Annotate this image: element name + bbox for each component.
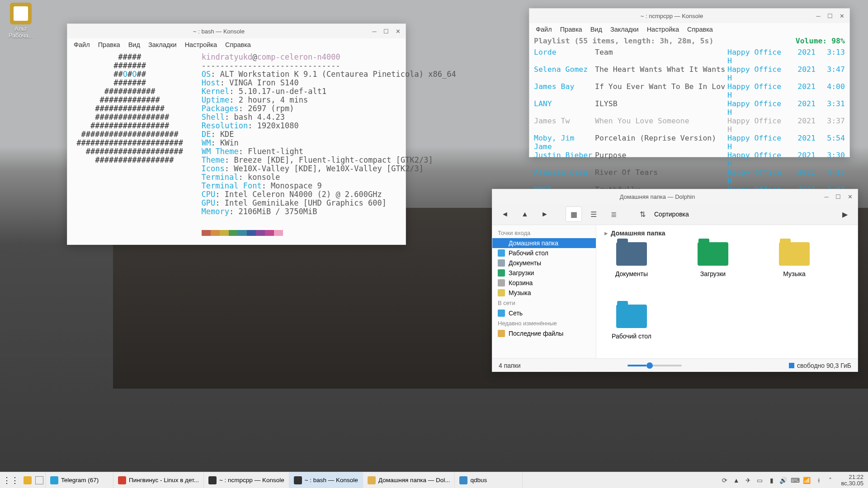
keyboard-layout[interactable]: ⌨ [792,477,799,484]
sort-label[interactable]: Сортировка [654,211,689,218]
menubar: Файл Правка Вид Закладки Настройка Справ… [67,38,406,51]
view-icons-button[interactable]: ▦ [566,206,582,222]
dolphin-main[interactable]: ▸ Домашняя папка Документы Загрузки Музы… [596,225,858,358]
tray-icon[interactable]: ⟳ [721,477,728,484]
network-icon[interactable]: 📶 [803,477,811,484]
playlist-row[interactable]: James BayIf You Ever Want To Be In LovHa… [534,82,845,99]
tray-icon[interactable]: ▲ [733,477,740,484]
sidebar-item[interactable]: Музыка [492,288,596,298]
sidebar-item[interactable]: Домашняя папка [492,238,596,248]
dolphin-toolbar: ◄ ▲ ► ▦ ☰ ≣ ⇅ Сортировка ▶ [492,204,858,225]
sidebar-item[interactable]: Последние файлы [492,328,596,338]
terminal-output[interactable]: ##### kindratyukd@comp-celeron-n4000 ###… [67,51,406,242]
sort-icon[interactable]: ⇅ [634,206,651,222]
titlebar[interactable]: Домашняя папка — Dolphin ─ ☐ ✕ [492,189,858,204]
folder[interactable]: Рабочий стол [604,305,659,340]
folder-icon [498,279,505,286]
dolphin-sidebar: Точки входа Домашняя папка Рабочий стол … [492,225,596,358]
menu-bookmarks[interactable]: Закладки [610,26,639,33]
alt-logo-icon [10,3,32,24]
playlist-row[interactable]: Justin BieberPurposeHappy Office H20213:… [534,151,845,168]
sidebar-item[interactable]: Корзина [492,278,596,288]
close-button[interactable]: ✕ [846,192,854,201]
window-konsole-bash: ~ : bash — Konsole ─ ☐ ✕ Файл Правка Вид… [67,23,406,245]
menu-file[interactable]: Файл [536,26,552,33]
menu-view[interactable]: Вид [128,41,140,48]
playlist-row[interactable]: James TwWhen You Love SomeoneHappy Offic… [534,117,845,134]
battery-icon[interactable]: ▮ [768,477,775,484]
sidebar-item-label: Документы [509,259,541,267]
playlist-row[interactable]: LordeTeamHappy Office H20213:13 [534,48,845,65]
clock[interactable]: 21:22 вс,30.05 [839,474,863,487]
minimize-button[interactable]: ─ [814,12,822,20]
playlist-row[interactable]: Alessia CaraRiver Of TearsHappy Office H… [534,168,845,185]
window-title: Домашняя папка — Dolphin [496,193,819,200]
playlist-row[interactable]: Moby, Jim JamePorcelain (Reprise Version… [534,134,845,151]
bluetooth-icon[interactable]: ᚼ [815,477,822,484]
menu-view[interactable]: Вид [590,26,602,33]
menu-settings[interactable]: Настройка [185,41,217,48]
telegram-icon[interactable]: ✈ [745,477,752,484]
sidebar-item[interactable]: Документы [492,258,596,268]
breadcrumb[interactable]: ▸ Домашняя папка [604,230,849,242]
sidebar-item[interactable]: Рабочий стол [492,248,596,258]
folder[interactable]: Музыка [767,242,821,277]
desktop-icon-alt[interactable]: Альт Рабоча... [3,3,39,39]
minimize-button[interactable]: ─ [370,27,378,35]
maximize-button[interactable]: ☐ [834,192,842,201]
close-button[interactable]: ✕ [838,12,846,20]
view-compact-button[interactable]: ☰ [585,206,602,222]
overflow-button[interactable]: ▶ [837,206,853,222]
breadcrumb-segment[interactable]: Домашняя папка [611,230,665,237]
folder[interactable]: Документы [604,242,659,277]
maximize-button[interactable]: ☐ [826,12,834,20]
taskbar-item-label: ~ : ncmpcpp — Konsole [219,477,284,483]
taskbar-item[interactable]: Домашняя папка — Dol... [363,472,455,488]
menu-edit[interactable]: Правка [560,26,582,33]
pin-desktop[interactable] [33,472,46,488]
zoom-slider[interactable] [627,365,682,366]
taskbar-item[interactable]: ~ : bash — Konsole [289,472,363,488]
app-launcher-button[interactable]: ⋮⋮ [0,472,22,488]
expand-tray[interactable]: ˄ [827,477,834,484]
titlebar[interactable]: ~ : ncmpcpp — Konsole ─ ☐ ✕ [529,9,849,23]
volume-icon[interactable]: 🔊 [780,477,787,484]
menu-help[interactable]: Справка [687,26,713,33]
nav-forward-button[interactable]: ► [537,206,553,222]
status-left: 4 папки [499,362,521,369]
folder-icon [698,242,728,266]
folder-icon [498,310,505,317]
menu-help[interactable]: Справка [225,41,251,48]
taskbar-item[interactable]: qdbus [455,472,523,488]
menu-edit[interactable]: Правка [98,41,120,48]
sidebar-item[interactable]: Загрузки [492,268,596,278]
app-icon [118,476,126,484]
taskbar-item[interactable]: Telegram (67) [46,472,113,488]
playlist-row[interactable]: LANYILYSBHappy Office H20213:31 [534,99,845,117]
sidebar-item[interactable]: Сеть [492,308,596,318]
menu-settings[interactable]: Настройка [647,26,679,33]
folder-icon [616,305,647,328]
menu-file[interactable]: Файл [74,41,90,48]
folder-label: Документы [604,270,659,277]
taskbar-item[interactable]: ~ : ncmpcpp — Konsole [204,472,289,488]
taskbar-item[interactable]: Пингвинус - Linux в дет... [113,472,204,488]
nav-back-button[interactable]: ◄ [497,206,513,222]
view-details-button[interactable]: ≣ [605,206,622,222]
playlist-row[interactable]: Selena GomezThe Heart Wants What It Want… [534,65,845,82]
pin-favorites[interactable] [22,472,33,488]
app-icon [368,476,376,484]
titlebar[interactable]: ~ : bash — Konsole ─ ☐ ✕ [67,24,406,38]
maximize-button[interactable]: ☐ [382,27,390,35]
taskbar-item-label: ~ : bash — Konsole [305,477,358,483]
sidebar-item-label: Музыка [509,289,531,296]
clipboard-icon[interactable]: ▭ [756,477,764,484]
taskbar-item-label: Пингвинус - Linux в дет... [129,477,199,483]
folder[interactable]: Загрузки [686,242,740,277]
menu-bookmarks[interactable]: Закладки [148,41,177,48]
minimize-button[interactable]: ─ [822,192,830,201]
window-dolphin: Домашняя папка — Dolphin ─ ☐ ✕ ◄ ▲ ► ▦ ☰… [492,189,858,372]
close-button[interactable]: ✕ [394,27,402,35]
taskbar-item-label: Домашняя папка — Dol... [378,477,450,483]
nav-up-button[interactable]: ▲ [517,206,533,222]
